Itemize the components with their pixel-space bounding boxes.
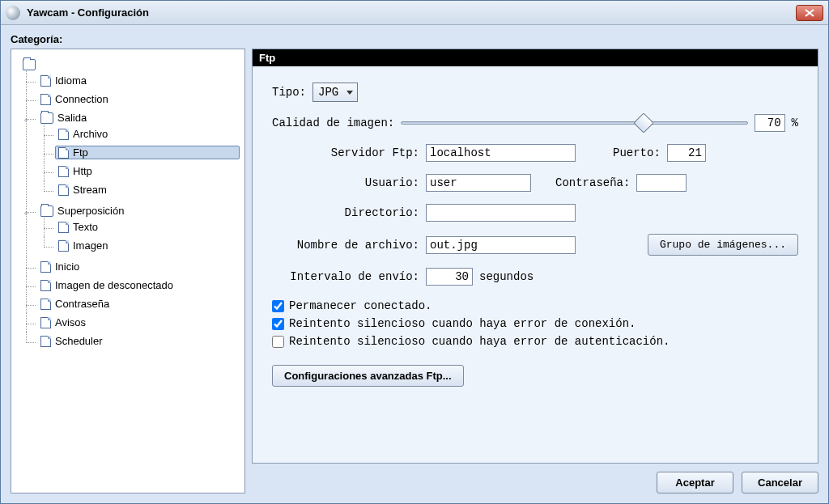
- tree-item-http[interactable]: Http: [55, 164, 240, 178]
- grupo-imagenes-button[interactable]: Grupo de imágenes...: [648, 234, 798, 256]
- tree-item-texto[interactable]: Texto: [55, 220, 240, 234]
- tree-item-connection[interactable]: Connection: [37, 92, 240, 106]
- chk-reintento-conn-label: Reintento silencioso cuando haya error d…: [289, 317, 636, 330]
- puerto-input[interactable]: [667, 144, 706, 162]
- file-icon: [58, 147, 69, 159]
- app-icon: [6, 6, 20, 20]
- tree-label: Http: [73, 165, 92, 177]
- servidor-input[interactable]: [426, 144, 576, 162]
- checkbox-group: Permanecer conectado. Reintento silencio…: [272, 298, 798, 348]
- folder-icon: [23, 59, 36, 70]
- tree-item-imagen-desconectado[interactable]: Imagen de desconectado: [37, 278, 240, 292]
- tree-label: Archivo: [73, 128, 108, 140]
- chk-reintento-auth[interactable]: Reintento silencioso cuando haya error d…: [272, 335, 798, 348]
- tree-label: Imagen de desconectado: [55, 279, 173, 291]
- chk-reintento-auth-box[interactable]: [272, 336, 284, 348]
- archivo-input[interactable]: [426, 236, 576, 254]
- row-directorio: Directorio:: [272, 204, 798, 222]
- dialog-footer: Aceptar Cancelar: [252, 464, 818, 493]
- file-icon: [58, 166, 69, 177]
- usuario-input[interactable]: [426, 174, 531, 192]
- tree-label: Imagen: [73, 239, 108, 252]
- close-icon: [805, 9, 814, 17]
- directorio-label: Directorio:: [272, 206, 419, 219]
- row-calidad: Calidad de imagen: %: [272, 114, 798, 132]
- tree-item-avisos[interactable]: Avisos: [37, 316, 240, 329]
- config-window: Yawcam - Configuración Categoría: Idioma…: [0, 0, 829, 504]
- slider-thumb[interactable]: [633, 112, 653, 133]
- tree-item-scheduler[interactable]: Scheduler: [37, 334, 240, 348]
- category-tree: Idioma Connection ⬨ Salida Archivo Ftp H…: [16, 56, 240, 353]
- row-tipo: Tipo: JPG: [272, 83, 798, 102]
- tree-item-salida[interactable]: Salida: [37, 111, 240, 125]
- row-servidor: Servidor Ftp: Puerto:: [272, 144, 798, 162]
- calidad-slider[interactable]: [401, 115, 747, 131]
- category-tree-panel: Idioma Connection ⬨ Salida Archivo Ftp H…: [11, 49, 245, 493]
- tree-label: Ftp: [73, 146, 88, 159]
- expander-icon[interactable]: ⬨: [22, 116, 29, 124]
- tree-label: Inicio: [55, 260, 79, 273]
- file-icon: [58, 240, 69, 252]
- row-advanced: Configuraciones avanzadas Ftp...: [272, 360, 798, 387]
- folder-icon: [40, 112, 53, 124]
- tree-label: Salida: [57, 112, 87, 124]
- contrasena-input[interactable]: [636, 174, 687, 192]
- archivo-label: Nombre de archivo:: [272, 239, 419, 252]
- tree-item-inicio[interactable]: Inicio: [37, 260, 240, 273]
- tree-label: Superposición: [57, 205, 124, 217]
- intervalo-input[interactable]: [426, 268, 473, 286]
- tipo-select[interactable]: JPG: [312, 83, 358, 102]
- tree-item-contrasena[interactable]: Contraseña: [37, 297, 240, 311]
- panel-body: Tipo: JPG Calidad de imagen:: [253, 66, 818, 403]
- window-title: Yawcam - Configuración: [27, 6, 796, 19]
- chk-permanecer-label: Permanecer conectado.: [289, 299, 432, 312]
- tree-item-superposicion[interactable]: Superposición: [37, 204, 240, 218]
- file-icon: [40, 75, 51, 87]
- intervalo-label: Intervalo de envío:: [272, 270, 419, 283]
- tree-label: Stream: [73, 184, 107, 196]
- file-icon: [40, 261, 51, 273]
- directorio-input[interactable]: [426, 204, 576, 222]
- tree-root[interactable]: [19, 58, 240, 71]
- file-icon: [40, 317, 51, 328]
- tree-item-ftp[interactable]: Ftp: [55, 146, 240, 159]
- folder-icon: [40, 205, 53, 217]
- tree-label: Connection: [55, 93, 108, 105]
- tree-item-imagen[interactable]: Imagen: [55, 239, 240, 252]
- expander-icon[interactable]: ⬨: [22, 210, 29, 217]
- file-icon: [40, 336, 51, 347]
- chk-reintento-conn[interactable]: Reintento silencioso cuando haya error d…: [272, 317, 798, 330]
- close-button[interactable]: [796, 5, 823, 21]
- tree-label: Texto: [73, 221, 98, 233]
- chk-permanecer[interactable]: Permanecer conectado.: [272, 299, 798, 312]
- tree-label: Contraseña: [55, 298, 109, 310]
- calidad-suffix: %: [792, 116, 798, 129]
- file-icon: [40, 299, 51, 310]
- servidor-label: Servidor Ftp:: [272, 146, 419, 159]
- usuario-label: Usuario:: [272, 176, 419, 189]
- file-icon: [58, 184, 69, 196]
- tree-label: Scheduler: [55, 335, 103, 347]
- file-icon: [40, 94, 51, 105]
- chk-permanecer-box[interactable]: [272, 300, 284, 312]
- row-intervalo: Intervalo de envío: segundos: [272, 268, 798, 286]
- advanced-ftp-button[interactable]: Configuraciones avanzadas Ftp...: [272, 365, 464, 387]
- calidad-value-input[interactable]: [755, 114, 785, 132]
- tree-label: Avisos: [55, 316, 86, 328]
- panel-title: Ftp: [253, 49, 818, 66]
- file-icon: [58, 222, 69, 233]
- tree-label: Idioma: [55, 74, 87, 87]
- ftp-settings-panel: Ftp Tipo: JPG Calidad de imagen:: [252, 49, 818, 464]
- titlebar[interactable]: Yawcam - Configuración: [1, 1, 828, 25]
- accept-button[interactable]: Aceptar: [657, 472, 733, 493]
- tree-item-archivo[interactable]: Archivo: [55, 127, 240, 141]
- file-icon: [58, 129, 69, 140]
- row-archivo: Nombre de archivo: Grupo de imágenes...: [272, 234, 798, 256]
- cancel-button[interactable]: Cancelar: [742, 472, 818, 493]
- category-heading: Categoría:: [11, 30, 818, 49]
- tree-item-stream[interactable]: Stream: [55, 183, 240, 197]
- slider-track: [401, 121, 747, 125]
- chk-reintento-conn-box[interactable]: [272, 318, 284, 330]
- contrasena-label: Contraseña:: [555, 176, 630, 189]
- tree-item-idioma[interactable]: Idioma: [37, 74, 240, 87]
